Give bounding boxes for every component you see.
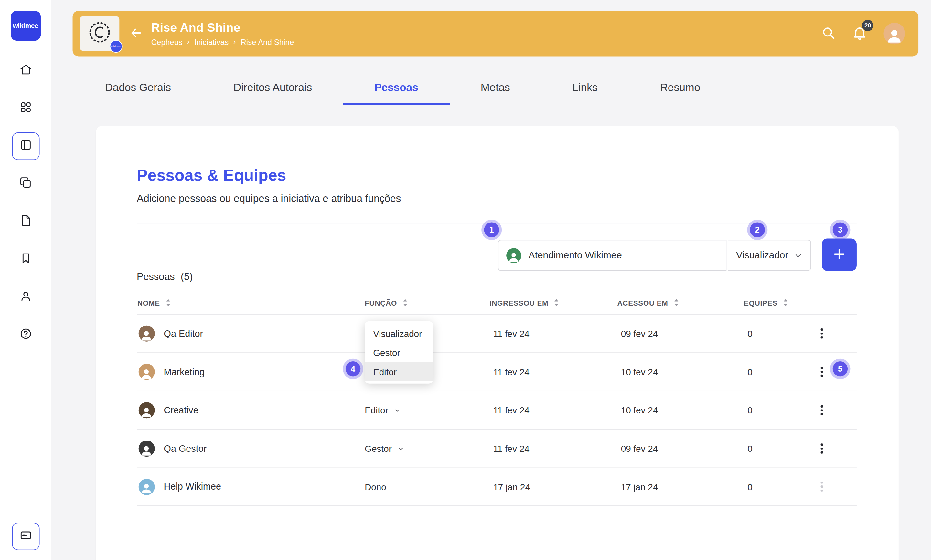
people-table: NOME FUNÇÃO INGRESSOU EM ACESSOU EM EQUI… — [137, 292, 857, 506]
person-select[interactable]: Atendimento Wikimee — [498, 240, 726, 271]
sort-icon — [554, 298, 559, 308]
accessed-cell: 10 fev 24 — [618, 367, 744, 377]
sort-icon — [673, 298, 679, 308]
header-text: Rise And Shine Cepheus › Iniciativas › R… — [151, 21, 294, 46]
wikimee-logo-text: wikimee — [12, 22, 38, 29]
teams-cell: 0 — [744, 482, 804, 492]
role-value: Gestor — [364, 443, 392, 454]
tab-resumo[interactable]: Resumo — [660, 72, 700, 104]
header-actions: 20 — [821, 23, 905, 45]
avatar — [139, 478, 155, 495]
cepheus-emblem-icon — [86, 19, 113, 49]
people-count-value: (5) — [181, 271, 193, 282]
name-cell: Creative — [137, 402, 364, 418]
row-menu-button[interactable] — [817, 326, 826, 342]
tab-pessoas[interactable]: Pessoas — [374, 72, 418, 104]
avatar — [139, 364, 155, 380]
role-value: Dono — [364, 482, 386, 492]
breadcrumb-current: Rise And Shine — [241, 37, 294, 46]
chevron-down-icon — [394, 406, 401, 414]
actions-cell — [804, 478, 857, 494]
column-header-acessou-em[interactable]: ACESSOU EM — [618, 298, 744, 308]
sidebar-item-documents[interactable] — [19, 214, 33, 229]
actions-cell — [804, 364, 857, 380]
avatar — [139, 402, 155, 418]
sidebar-item-people[interactable] — [19, 290, 33, 305]
role-cell: Dono — [364, 482, 489, 492]
cepheus-logo[interactable]: wikimee — [80, 16, 119, 51]
accessed-cell: 10 fev 24 — [618, 405, 744, 415]
search-icon — [821, 26, 836, 42]
role-cell[interactable]: Gestor — [364, 443, 489, 454]
sidebar-item-home[interactable] — [19, 64, 33, 78]
column-header-equipes[interactable]: EQUIPES — [744, 298, 804, 308]
person-name: Marketing — [164, 366, 205, 377]
tab-direitos-autorais[interactable]: Direitos Autorais — [233, 72, 312, 104]
page-title: Rise And Shine — [151, 21, 294, 35]
accessed-cell: 09 fev 24 — [618, 328, 744, 339]
column-header-nome[interactable]: NOME — [137, 298, 364, 308]
step-badge-1: 1 — [484, 222, 499, 237]
row-menu-button[interactable] — [817, 402, 826, 418]
person-select-avatar — [506, 248, 521, 263]
role-option-editor[interactable]: Editor — [364, 362, 433, 381]
avatar — [139, 326, 155, 342]
role-cell[interactable]: Editor — [364, 405, 489, 415]
divider — [137, 223, 857, 223]
user-avatar[interactable] — [883, 23, 905, 45]
joined-cell: 17 jan 24 — [489, 482, 617, 492]
home-icon — [19, 63, 32, 78]
back-button[interactable] — [129, 26, 144, 42]
step-badge-4: 4 — [346, 362, 360, 376]
tab-dados-gerais[interactable]: Dados Gerais — [105, 72, 171, 104]
sidebar-bottom — [12, 523, 39, 550]
wikimee-logo[interactable]: wikimee — [10, 11, 40, 41]
sidebar-item-apps[interactable] — [19, 102, 33, 116]
sidebar-item-help[interactable] — [19, 328, 33, 342]
role-select-value: Visualizador — [736, 250, 788, 261]
breadcrumb-link-iniciativas[interactable]: Iniciativas — [194, 37, 229, 46]
column-label: INGRESSOU EM — [489, 299, 548, 308]
column-header-ingressou-em[interactable]: INGRESSOU EM — [489, 298, 617, 308]
column-label: EQUIPES — [744, 299, 777, 308]
role-select[interactable]: Visualizador — [728, 240, 811, 271]
role-dropdown-menu: Visualizador Gestor Editor — [364, 322, 433, 384]
people-count-label: Pessoas — [137, 271, 174, 282]
table-header: NOME FUNÇÃO INGRESSOU EM ACESSOU EM EQUI… — [137, 292, 857, 314]
role-value: Editor — [364, 405, 388, 415]
app-root: wikimee — [0, 0, 931, 560]
board-icon — [19, 138, 32, 154]
table-row: Qa Editor 11 fev 24 09 fev 24 0 — [137, 314, 857, 352]
sidebar-item-terminal[interactable] — [12, 523, 39, 550]
column-label: NOME — [137, 299, 160, 308]
role-option-gestor[interactable]: Gestor — [364, 343, 433, 362]
name-cell: Help Wikimee — [137, 478, 364, 495]
person-name: Qa Editor — [164, 328, 203, 339]
breadcrumb-link-cepheus[interactable]: Cepheus — [151, 37, 183, 46]
section-title: Pessoas & Equipes — [137, 167, 286, 185]
step-badge-3: 3 — [833, 222, 848, 237]
chat-layers-icon — [19, 176, 32, 192]
row-menu-button-disabled — [817, 478, 826, 494]
sidebar-item-chat[interactable] — [19, 177, 33, 191]
bookmark-icon — [19, 252, 32, 267]
add-person-button[interactable] — [822, 238, 857, 271]
person-icon — [19, 289, 32, 305]
row-menu-button[interactable] — [817, 364, 826, 380]
notification-count-badge: 20 — [862, 19, 874, 31]
notifications-button[interactable]: 20 — [852, 25, 867, 42]
sidebar-item-boards-active[interactable] — [12, 132, 39, 160]
column-header-funcao[interactable]: FUNÇÃO — [364, 298, 489, 308]
tab-metas[interactable]: Metas — [481, 72, 510, 104]
sort-icon — [403, 298, 408, 308]
teams-cell: 0 — [744, 405, 804, 415]
sidebar-item-bookmarks[interactable] — [19, 252, 33, 267]
search-button[interactable] — [821, 26, 836, 42]
tab-links[interactable]: Links — [573, 72, 598, 104]
apps-grid-icon — [19, 101, 32, 116]
actions-cell — [804, 440, 857, 456]
tab-bar: Dados Gerais Direitos Autorais Pessoas M… — [73, 72, 919, 104]
role-option-visualizador[interactable]: Visualizador — [364, 324, 433, 343]
row-menu-button[interactable] — [817, 440, 826, 456]
column-label: FUNÇÃO — [364, 299, 397, 308]
